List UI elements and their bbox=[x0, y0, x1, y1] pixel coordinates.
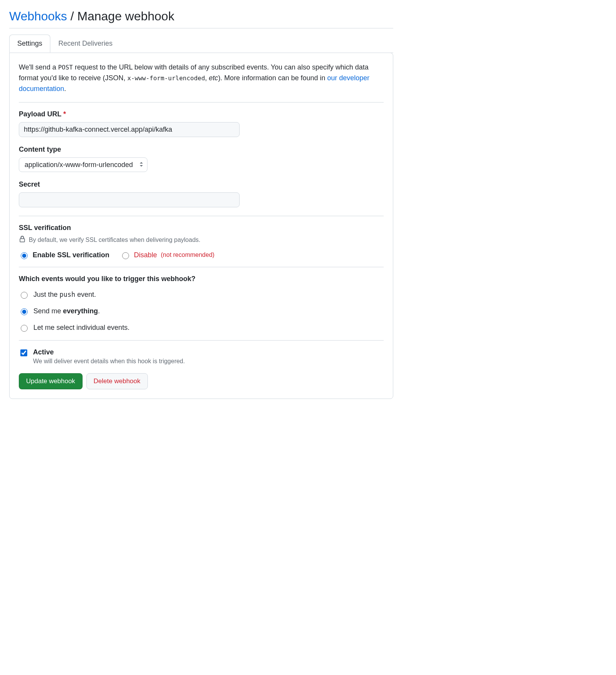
delete-webhook-button[interactable]: Delete webhook bbox=[86, 373, 148, 389]
tab-settings[interactable]: Settings bbox=[9, 35, 50, 53]
events-option-push[interactable]: Just the push event. bbox=[19, 291, 384, 299]
page-title: Manage webhook bbox=[77, 9, 174, 23]
secret-input[interactable] bbox=[19, 192, 240, 207]
events-everything-radio[interactable] bbox=[21, 308, 28, 315]
active-note: We will deliver event details when this … bbox=[33, 358, 185, 365]
tab-recent-deliveries[interactable]: Recent Deliveries bbox=[50, 35, 121, 53]
ssl-note: By default, we verify SSL certificates w… bbox=[19, 236, 384, 244]
ssl-heading: SSL verification bbox=[19, 224, 384, 232]
events-push-radio[interactable] bbox=[21, 292, 28, 299]
tab-bar: Settings Recent Deliveries bbox=[9, 35, 393, 53]
content-type-select[interactable]: application/x-www-form-urlencoded bbox=[19, 157, 147, 172]
ssl-disable-option[interactable]: Disable (not recommended) bbox=[120, 251, 215, 259]
divider bbox=[19, 340, 384, 341]
update-webhook-button[interactable]: Update webhook bbox=[19, 373, 83, 389]
events-option-individual[interactable]: Let me select individual events. bbox=[19, 324, 384, 332]
divider bbox=[19, 102, 384, 103]
events-heading: Which events would you like to trigger t… bbox=[19, 275, 384, 283]
payload-url-input[interactable] bbox=[19, 122, 240, 137]
intro-text: We'll send a POST request to the URL bel… bbox=[19, 62, 384, 94]
divider bbox=[19, 216, 384, 216]
ssl-disable-radio[interactable] bbox=[122, 252, 129, 259]
content-type-label: Content type bbox=[19, 146, 384, 154]
payload-url-label: Payload URL * bbox=[19, 110, 384, 118]
page-header: Webhooks / Manage webhook bbox=[9, 9, 393, 28]
ssl-enable-radio[interactable] bbox=[21, 252, 28, 259]
ssl-enable-option[interactable]: Enable SSL verification bbox=[19, 251, 109, 259]
settings-panel: We'll send a POST request to the URL bel… bbox=[9, 53, 393, 399]
breadcrumb-separator: / bbox=[67, 9, 78, 23]
events-option-everything[interactable]: Send me everything. bbox=[19, 307, 384, 315]
breadcrumb-link[interactable]: Webhooks bbox=[9, 9, 67, 23]
active-label: Active bbox=[33, 348, 185, 356]
events-individual-radio[interactable] bbox=[21, 325, 28, 332]
secret-label: Secret bbox=[19, 180, 384, 189]
lock-icon bbox=[19, 236, 26, 244]
active-checkbox[interactable] bbox=[20, 349, 27, 356]
divider bbox=[19, 267, 384, 267]
